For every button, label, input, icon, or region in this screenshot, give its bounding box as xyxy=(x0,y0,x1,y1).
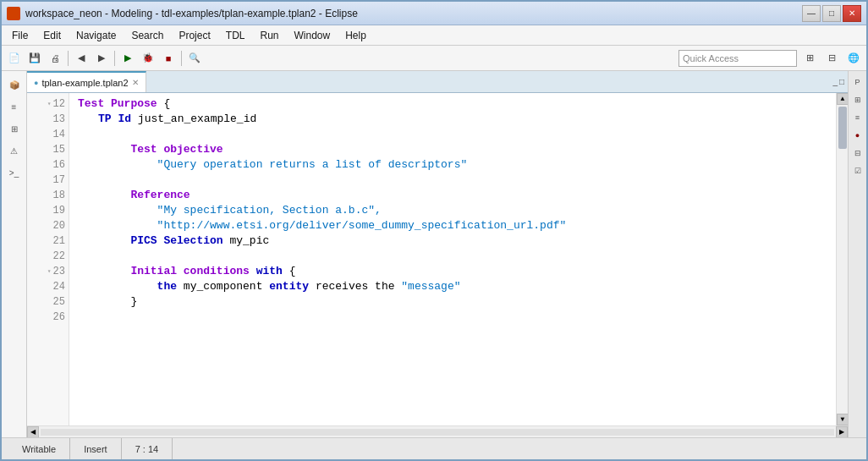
h-scroll-track[interactable] xyxy=(41,429,834,436)
sidebar-icon-problems[interactable]: ⚠ xyxy=(4,140,25,161)
code-line-19: "My specification, Section a.b.c", xyxy=(78,203,836,218)
right-sidebar-icon-1[interactable]: P xyxy=(850,74,865,90)
kw-entity: entity xyxy=(269,280,309,293)
code-line-14 xyxy=(78,127,836,142)
line-numbers: ▾ 12 13 14 15 16 17 18 19 20 21 22 ▾ 23 xyxy=(27,93,69,425)
menu-run[interactable]: Run xyxy=(253,28,285,43)
receives-text: receives the xyxy=(316,280,401,293)
toolbar-sep-1 xyxy=(68,51,69,66)
kw-reference: Reference xyxy=(78,189,190,201)
h-scrollbar[interactable]: ◀ ▶ xyxy=(27,425,848,437)
right-sidebar-icon-2[interactable]: ⊞ xyxy=(850,92,865,107)
toolbar-perspective-1[interactable]: ⊞ xyxy=(800,49,819,68)
str-spec: "My specification, Section a.b.c", xyxy=(78,204,382,217)
editor-tab-tplan[interactable]: ● tplan-example.tplan2 ✕ xyxy=(27,71,146,92)
line-num-15: 15 xyxy=(27,142,69,157)
menu-edit[interactable]: Edit xyxy=(36,28,68,43)
right-sidebar-icon-4[interactable]: ● xyxy=(850,128,865,143)
quick-access-label: Quick Access xyxy=(683,53,793,63)
tab-close-icon[interactable]: ✕ xyxy=(132,78,139,87)
h-scroll-right-btn[interactable]: ▶ xyxy=(836,426,848,438)
str-message: "message" xyxy=(401,280,460,293)
tab-minimize-icon[interactable]: _ xyxy=(832,77,838,86)
v-scroll-up-btn[interactable]: ▲ xyxy=(837,93,848,105)
menu-project[interactable]: Project xyxy=(172,28,217,43)
h-scroll-left-btn[interactable]: ◀ xyxy=(27,426,39,438)
workspace: 📦 ≡ ⊞ ⚠ >_ ● tplan-example.tplan2 ✕ _ □ xyxy=(2,71,866,437)
menu-file[interactable]: File xyxy=(5,28,35,43)
fold-12-icon[interactable]: ▾ xyxy=(47,96,52,112)
brace-open-23: { xyxy=(289,265,296,277)
brace-open-12: { xyxy=(163,97,170,110)
menu-tdl[interactable]: TDL xyxy=(219,28,252,43)
fold-23-icon[interactable]: ▾ xyxy=(47,264,52,279)
line-num-24: 24 xyxy=(27,279,69,294)
sidebar-icon-package[interactable]: 📦 xyxy=(4,74,25,95)
status-bar: Writable Insert 7 : 14 xyxy=(2,437,866,459)
code-content[interactable]: Test Purpose { TP Id just_an_example_id xyxy=(69,93,836,425)
line-num-20: 20 xyxy=(27,218,69,233)
quick-access-box[interactable]: Quick Access xyxy=(678,50,797,67)
toolbar: 📄 💾 🖨 ◀ ▶ ▶ 🐞 ■ 🔍 Quick Access ⊞ ⊟ 🌐 xyxy=(2,46,866,71)
tab-maximize-icon[interactable]: □ xyxy=(839,77,844,86)
right-sidebar-icon-3[interactable]: ≡ xyxy=(850,110,865,125)
code-line-12: Test Purpose { xyxy=(78,96,836,112)
code-editor[interactable]: ▾ 12 13 14 15 16 17 18 19 20 21 22 ▾ 23 xyxy=(27,93,848,425)
str-query-op: "Query operation returns a list of descr… xyxy=(78,158,467,171)
code-line-22 xyxy=(78,249,836,264)
sidebar-icon-hierarchy[interactable]: ⊞ xyxy=(4,118,25,139)
brace-close-25: } xyxy=(78,295,137,308)
pics-val: my_pic xyxy=(229,234,269,247)
maximize-button[interactable]: □ xyxy=(822,5,841,22)
toolbar-sep-3 xyxy=(181,51,182,66)
toolbar-save[interactable]: 💾 xyxy=(25,49,44,68)
toolbar-right: Quick Access ⊞ ⊟ 🌐 xyxy=(678,49,863,68)
toolbar-new[interactable]: 📄 xyxy=(5,49,24,68)
toolbar-online[interactable]: 🌐 xyxy=(844,49,863,68)
component-name: my_component xyxy=(184,280,269,293)
toolbar-print[interactable]: 🖨 xyxy=(46,49,64,68)
sidebar-icon-outline[interactable]: ≡ xyxy=(4,96,25,117)
editor-container: ● tplan-example.tplan2 ✕ _ □ ▾ 12 13 xyxy=(27,71,848,437)
kw-test-objective: Test objective xyxy=(78,143,223,156)
title-bar: workspace_neon - Modeling - tdl-examples… xyxy=(2,2,866,25)
line-num-12: ▾ 12 xyxy=(27,96,69,112)
minimize-button[interactable]: — xyxy=(802,5,821,22)
toolbar-left: 📄 💾 🖨 ◀ ▶ ▶ 🐞 ■ 🔍 xyxy=(5,49,204,68)
v-scroll-thumb[interactable] xyxy=(838,107,847,149)
tab-controls: _ □ xyxy=(832,71,848,92)
title-bar-controls: — □ ✕ xyxy=(802,5,861,22)
tab-bar: ● tplan-example.tplan2 ✕ _ □ xyxy=(27,71,848,93)
line-num-19: 19 xyxy=(27,203,69,218)
menu-window[interactable]: Window xyxy=(287,28,337,43)
sidebar-icon-console[interactable]: >_ xyxy=(4,162,25,183)
menu-navigate[interactable]: Navigate xyxy=(69,28,123,43)
code-line-20: "http://www.etsi.org/deliver/some_dummy_… xyxy=(78,218,836,233)
line-num-17: 17 xyxy=(27,173,69,188)
line-num-22: 22 xyxy=(27,249,69,264)
toolbar-debug[interactable]: 🐞 xyxy=(139,49,157,68)
tab-file-icon: ● xyxy=(34,79,38,87)
v-scrollbar[interactable]: ▲ ▼ xyxy=(836,93,848,425)
kw-with: with xyxy=(256,265,283,277)
toolbar-search[interactable]: 🔍 xyxy=(185,49,204,68)
toolbar-back[interactable]: ◀ xyxy=(72,49,91,68)
v-scroll-down-btn[interactable]: ▼ xyxy=(837,414,848,425)
menu-search[interactable]: Search xyxy=(124,28,170,43)
toolbar-forward[interactable]: ▶ xyxy=(92,49,111,68)
code-line-15: Test objective xyxy=(78,142,836,157)
right-sidebar-icon-5[interactable]: ⊟ xyxy=(850,145,865,161)
code-line-18: Reference xyxy=(78,188,836,203)
id-value: just_an_example_id xyxy=(138,113,256,125)
close-button[interactable]: ✕ xyxy=(843,5,861,22)
kw-tp-id: TP Id xyxy=(98,113,131,125)
toolbar-stop[interactable]: ■ xyxy=(159,49,178,68)
line-num-16: 16 xyxy=(27,157,69,173)
toolbar-perspective-2[interactable]: ⊟ xyxy=(822,49,841,68)
toolbar-run[interactable]: ▶ xyxy=(118,49,137,68)
line-num-23: ▾ 23 xyxy=(27,264,69,279)
v-scroll-track[interactable] xyxy=(837,105,848,414)
menu-help[interactable]: Help xyxy=(338,28,373,43)
right-sidebar-icon-6[interactable]: ☑ xyxy=(850,163,865,178)
tab-label: tplan-example.tplan2 xyxy=(41,78,128,88)
